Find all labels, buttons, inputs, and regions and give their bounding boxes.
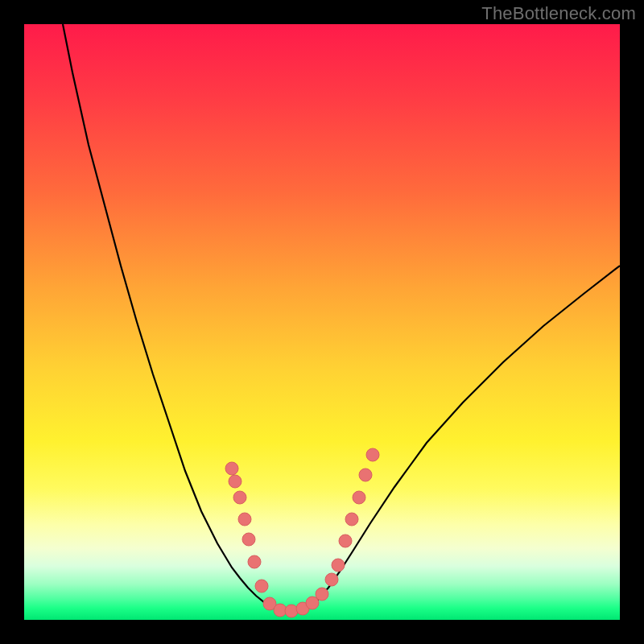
data-point — [233, 491, 246, 504]
data-point — [339, 535, 352, 547]
chart-svg — [24, 24, 620, 620]
data-point — [242, 533, 255, 546]
data-point — [285, 605, 298, 617]
data-point — [238, 513, 251, 526]
bottleneck-curve — [63, 24, 620, 611]
data-point — [248, 555, 261, 568]
data-point — [359, 469, 372, 481]
watermark-text: TheBottleneck.com — [481, 3, 636, 24]
data-point — [325, 573, 338, 586]
data-point — [255, 580, 268, 592]
plot-area — [24, 24, 620, 620]
data-point — [366, 448, 379, 461]
data-point — [316, 588, 328, 601]
data-point — [345, 513, 358, 526]
data-point — [353, 491, 365, 504]
chart-frame: TheBottleneck.com — [0, 0, 644, 644]
data-point — [225, 462, 238, 475]
data-point — [229, 475, 242, 488]
data-point — [332, 559, 345, 572]
